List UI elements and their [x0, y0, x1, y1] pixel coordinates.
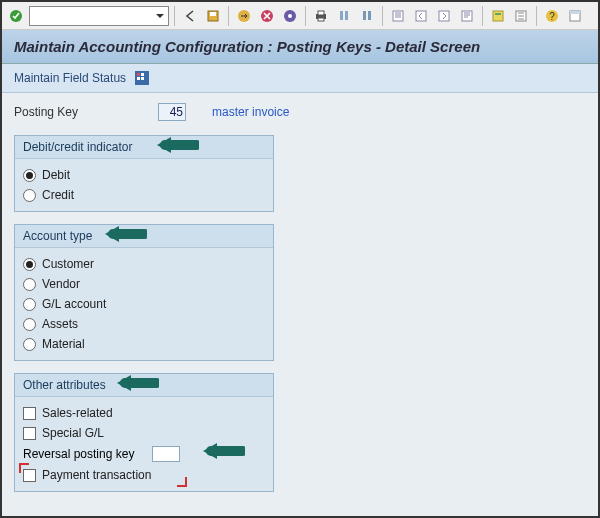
last-page-icon[interactable] — [457, 6, 477, 26]
svg-rect-9 — [318, 18, 324, 21]
check-sales-label: Sales-related — [42, 406, 113, 420]
exit-icon[interactable] — [234, 6, 254, 26]
svg-rect-29 — [141, 77, 144, 80]
annotation-arrow-icon — [115, 372, 155, 392]
group-other-title: Other attributes — [15, 374, 273, 397]
radio-customer-label: Customer — [42, 257, 94, 271]
group-account-type-title: Account type — [15, 225, 273, 248]
radio-icon — [23, 338, 36, 351]
svg-rect-15 — [416, 11, 426, 21]
annotation-arrow-icon — [201, 440, 241, 460]
checkbox-icon — [23, 427, 36, 440]
radio-icon — [23, 278, 36, 291]
group-other-attributes: Other attributes Sales-related Special G… — [14, 373, 274, 492]
svg-rect-16 — [439, 11, 449, 21]
svg-point-6 — [288, 14, 292, 18]
first-page-icon[interactable] — [388, 6, 408, 26]
main-area: Debit/credit indicator Debit Credit Acco… — [2, 135, 598, 516]
check-payment-transaction[interactable]: Payment transaction — [23, 465, 233, 485]
field-status-grid-icon[interactable] — [134, 70, 150, 86]
posting-key-desc: master invoice — [212, 105, 289, 119]
back-icon[interactable] — [180, 6, 200, 26]
group-other-title-text: Other attributes — [23, 378, 106, 392]
radio-icon — [23, 318, 36, 331]
save-icon[interactable] — [203, 6, 223, 26]
cancel-icon[interactable] — [257, 6, 277, 26]
radio-debit-label: Debit — [42, 168, 70, 182]
svg-text:?: ? — [549, 11, 555, 22]
radio-credit-label: Credit — [42, 188, 74, 202]
posting-key-label: Posting Key — [14, 105, 78, 119]
radio-icon — [23, 298, 36, 311]
command-combo[interactable] — [29, 6, 169, 26]
svg-rect-18 — [493, 11, 503, 21]
check-sales-related[interactable]: Sales-related — [23, 403, 265, 423]
group-debit-credit-title-text: Debit/credit indicator — [23, 140, 132, 154]
find-next-icon[interactable] — [357, 6, 377, 26]
create-session-icon[interactable] — [488, 6, 508, 26]
svg-rect-10 — [340, 11, 343, 20]
toolbar: ? — [2, 2, 598, 30]
svg-rect-11 — [345, 11, 348, 20]
radio-customer[interactable]: Customer — [23, 254, 265, 274]
radio-credit[interactable]: Credit — [23, 185, 265, 205]
svg-rect-13 — [368, 11, 371, 20]
group-debit-credit-title: Debit/credit indicator — [15, 136, 273, 159]
radio-material[interactable]: Material — [23, 334, 265, 354]
radio-icon — [23, 169, 36, 182]
group-account-type-title-text: Account type — [23, 229, 92, 243]
check-special-label: Special G/L — [42, 426, 104, 440]
radio-material-label: Material — [42, 337, 85, 351]
svg-rect-28 — [137, 77, 140, 80]
radio-assets-label: Assets — [42, 317, 78, 331]
radio-icon — [23, 189, 36, 202]
reversal-label: Reversal posting key — [23, 447, 134, 461]
svg-rect-26 — [137, 73, 140, 76]
help-icon[interactable]: ? — [542, 6, 562, 26]
radio-icon — [23, 258, 36, 271]
posting-key-row: Posting Key 45 master invoice — [2, 93, 598, 135]
reversal-posting-key-row: Reversal posting key — [23, 443, 265, 465]
ok-icon[interactable] — [6, 6, 26, 26]
layout-icon[interactable] — [565, 6, 585, 26]
posting-key-value[interactable]: 45 — [158, 103, 186, 121]
svg-rect-19 — [495, 13, 501, 15]
svg-rect-2 — [210, 12, 216, 16]
group-debit-credit: Debit/credit indicator Debit Credit — [14, 135, 274, 212]
next-page-icon[interactable] — [434, 6, 454, 26]
svg-rect-24 — [570, 11, 580, 14]
reversal-posting-key-input[interactable] — [152, 446, 180, 462]
print-icon[interactable] — [311, 6, 331, 26]
radio-vendor-label: Vendor — [42, 277, 80, 291]
find-icon[interactable] — [334, 6, 354, 26]
annotation-arrow-icon — [103, 223, 143, 243]
checkbox-icon — [23, 407, 36, 420]
shortcut-icon[interactable] — [511, 6, 531, 26]
page-title: Maintain Accounting Configuration : Post… — [2, 30, 598, 64]
goto-icon[interactable] — [280, 6, 300, 26]
group-account-type: Account type Customer Vendor G/L account… — [14, 224, 274, 361]
radio-vendor[interactable]: Vendor — [23, 274, 265, 294]
prev-page-icon[interactable] — [411, 6, 431, 26]
svg-rect-12 — [363, 11, 366, 20]
sub-toolbar: Maintain Field Status — [2, 64, 598, 93]
svg-rect-27 — [141, 73, 144, 76]
svg-rect-8 — [318, 11, 324, 15]
radio-assets[interactable]: Assets — [23, 314, 265, 334]
maintain-field-status-link[interactable]: Maintain Field Status — [14, 71, 126, 85]
check-payment-label: Payment transaction — [42, 468, 151, 482]
annotation-arrow-icon — [155, 134, 195, 154]
checkbox-icon — [23, 469, 36, 482]
radio-debit[interactable]: Debit — [23, 165, 265, 185]
radio-gl-account[interactable]: G/L account — [23, 294, 265, 314]
radio-gl-account-label: G/L account — [42, 297, 106, 311]
